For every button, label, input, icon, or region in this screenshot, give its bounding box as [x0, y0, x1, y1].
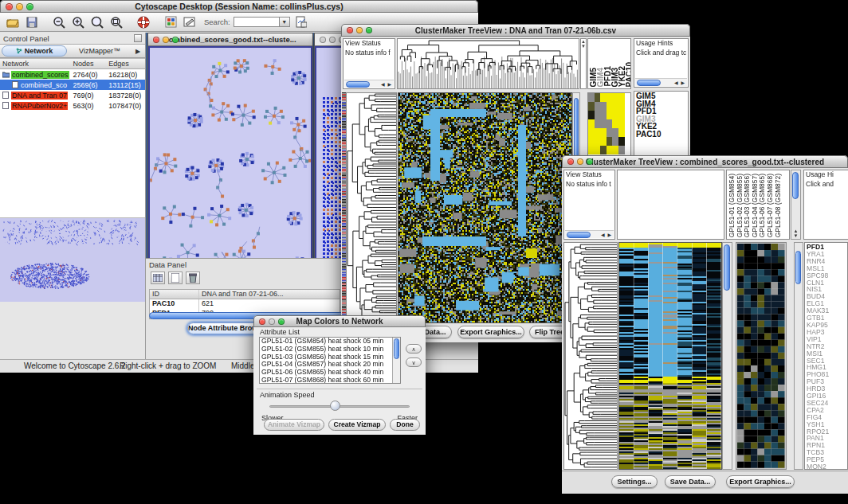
tv1-column-label[interactable]: PAC10 — [626, 62, 631, 88]
close-button[interactable] — [347, 27, 353, 33]
zoom-button[interactable] — [172, 37, 179, 43]
dialog-titlebar[interactable]: Map Colors to Network — [253, 315, 426, 327]
search-dropdown-icon[interactable]: ▼ — [280, 17, 290, 27]
speed-slider-thumb[interactable] — [330, 400, 340, 411]
close-button[interactable] — [153, 37, 159, 43]
tv2-row-dendrogram[interactable] — [563, 242, 618, 470]
tab-overflow-arrow[interactable]: ▶ — [132, 48, 143, 55]
tv2-labels-vscrollbar[interactable]: ▲▼ — [791, 170, 801, 240]
attribute-list-scrollbar[interactable] — [392, 338, 400, 383]
tv1-zoom-matrix[interactable] — [588, 93, 625, 154]
tv2-heatmap-vscrollbar[interactable] — [722, 242, 732, 470]
node-attribute-browser-button[interactable]: Node Attribute Browser — [187, 322, 264, 334]
col-network[interactable]: Network — [0, 60, 73, 68]
tv2-zoom-heatmap[interactable] — [736, 242, 787, 470]
network-table-row[interactable]: combined_scores2764(0)16218(0) — [0, 69, 145, 80]
edges-count: 16218(0) — [108, 71, 145, 79]
tab-network[interactable]: Network — [2, 45, 67, 57]
tv2-column-label[interactable]: GPL51-08 (GSM872) — [775, 174, 783, 237]
zoom-button[interactable] — [366, 27, 372, 33]
tv1-side-scroll-arrows[interactable]: ▲▼ — [580, 38, 587, 89]
new-attribute-icon[interactable] — [168, 272, 183, 284]
matrix-cell — [607, 102, 613, 111]
col-nodes[interactable]: Nodes — [73, 60, 109, 68]
move-down-button[interactable]: ∨ — [406, 357, 422, 367]
tv2-settings-button[interactable]: Settings... — [611, 475, 658, 488]
col-id[interactable]: ID — [150, 290, 199, 299]
tv2-status-scrollbar[interactable]: ◀ ▶ — [565, 230, 614, 238]
tv2-heatmap[interactable] — [618, 242, 722, 470]
control-panel: Control Panel Network VizMapper™ ▶ Netwo… — [0, 33, 146, 359]
minimize-button[interactable] — [356, 27, 363, 33]
tv1-heatmap[interactable] — [398, 92, 572, 323]
zoom-out-icon[interactable] — [51, 15, 67, 29]
lifering-icon[interactable] — [135, 15, 151, 29]
minimize-button[interactable] — [577, 158, 583, 165]
zoom-fit-icon[interactable] — [108, 15, 124, 29]
zoom-in-icon[interactable] — [70, 15, 86, 29]
close-button[interactable] — [259, 318, 265, 325]
close-button[interactable] — [567, 158, 574, 165]
tv1-column-dendrogram[interactable] — [397, 38, 579, 89]
tv1-row-dendrogram[interactable] — [346, 92, 397, 323]
tv2-save-data-button[interactable]: Save Data... — [665, 475, 716, 488]
col-attr[interactable]: DNA and Tran 07-21-06... — [199, 290, 340, 299]
col-edges[interactable]: Edges — [108, 60, 145, 68]
network-table-row[interactable]: combined_sco2569(6)13112(15) — [0, 80, 145, 90]
nodes-count: 2764(0) — [73, 71, 109, 79]
tv2-usage-hints-panel: Usage Hi Click and — [803, 170, 848, 240]
save-icon[interactable] — [24, 15, 40, 29]
zoom-button[interactable] — [278, 318, 285, 325]
tv2-gene-label[interactable]: MON2 — [807, 463, 846, 470]
matrix-cell — [618, 128, 625, 137]
tv1-export-graphics-button[interactable]: Export Graphics... — [457, 326, 524, 338]
minimize-button[interactable] — [269, 318, 275, 325]
zoom-selected-icon[interactable] — [89, 15, 105, 29]
matrix-cell — [618, 137, 625, 146]
network-name: RNAPuberNov2+ — [11, 102, 68, 110]
tv1-gene-label[interactable]: PAC10 — [636, 131, 686, 139]
tv2-genelist-vscrollbar[interactable] — [794, 242, 803, 470]
tv2-export-graphics-button[interactable]: Export Graphics... — [726, 475, 795, 488]
zoom-button[interactable] — [587, 158, 593, 165]
minimize-button[interactable] — [16, 3, 23, 10]
attribute-table-row[interactable]: PAC10621 — [150, 299, 340, 309]
close-button[interactable] — [6, 3, 13, 10]
tv1-titlebar[interactable]: ClusterMaker TreeView : DNA and Tran 07-… — [341, 24, 690, 37]
open-icon[interactable] — [5, 15, 21, 29]
attribute-select-icon[interactable] — [151, 272, 165, 284]
close-button[interactable] — [320, 37, 326, 43]
minimize-button[interactable] — [329, 37, 336, 43]
network-overview-thumbnail[interactable] — [0, 218, 145, 302]
annotation-icon[interactable] — [182, 15, 198, 29]
create-vizmap-button[interactable]: Create Vizmap — [328, 419, 386, 431]
done-button[interactable]: Done — [390, 419, 420, 431]
scroll-arrows[interactable]: ▲▼ — [791, 229, 800, 238]
tab-vizmapper[interactable]: VizMapper™ — [68, 45, 132, 57]
float-panel-icon[interactable] — [134, 34, 142, 42]
network-table-row[interactable]: RNAPuberNov2+563(0)107847(0) — [0, 100, 145, 111]
attribute-item[interactable]: GPL51-07 (GSM868) heat shock 60 min — [260, 377, 400, 384]
import-table-icon[interactable] — [293, 15, 309, 29]
search-input[interactable] — [234, 17, 280, 27]
tv1-hints-scrollbar[interactable]: ◀ ▶ — [635, 78, 687, 86]
nodes-count: 769(0) — [73, 92, 109, 100]
matrix-cell — [607, 93, 613, 102]
minimize-button[interactable] — [163, 37, 169, 43]
tab-vizmapper-label: VizMapper™ — [79, 47, 120, 55]
tv2-column-dendrogram[interactable] — [617, 170, 724, 240]
matrix-cell — [600, 93, 607, 102]
delete-attribute-icon[interactable] — [186, 272, 200, 284]
main-titlebar[interactable]: Cytoscape Desktop (Session Name: collins… — [0, 0, 478, 13]
vizmapper-icon[interactable] — [163, 15, 179, 29]
move-up-button[interactable]: ∧ — [406, 344, 422, 354]
network-canvas-1[interactable] — [148, 46, 312, 288]
animate-vizmap-button[interactable]: Animate Vizmap — [264, 419, 324, 431]
zoom-button[interactable] — [26, 3, 33, 10]
network-table-row[interactable]: DNA and Tran 07769(0)183728(0) — [0, 90, 145, 100]
animation-speed-label: Animation Speed — [260, 391, 315, 399]
matrix-cell — [588, 111, 595, 119]
netwin1-titlebar[interactable]: combined_scores_good.txt--cluste... — [148, 33, 312, 46]
tv1-status-scrollbar[interactable]: ◀ ▶ — [344, 80, 394, 88]
tv2-titlebar[interactable]: ClusterMaker TreeView : combined_scores_… — [562, 155, 848, 168]
